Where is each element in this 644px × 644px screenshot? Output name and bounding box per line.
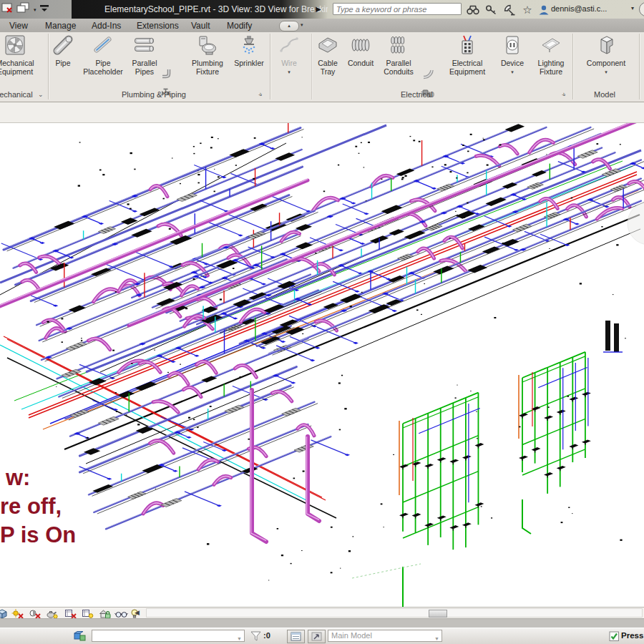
ribbon-systems-panelstrip: Mechanical Equipment Mechanical ⌄ Pipe P… xyxy=(0,32,644,102)
electrical-equipment-button[interactable]: Electrical Equipment xyxy=(444,34,491,90)
panel-label-electrical: Electrical xyxy=(401,90,433,99)
wire-icon xyxy=(278,34,300,59)
subscription-key-icon[interactable] xyxy=(484,4,499,16)
lighting-fixture-icon xyxy=(540,34,562,59)
communication-center-icon[interactable] xyxy=(502,4,517,16)
search-binoculars-icon[interactable] xyxy=(465,4,481,16)
filter-count: :0 xyxy=(263,631,270,640)
conduit-icon xyxy=(350,34,371,59)
status-gap-band xyxy=(0,618,644,628)
signed-in-account[interactable]: dennis@asti.c... xyxy=(551,4,607,13)
customize-quick-access-icon[interactable] xyxy=(39,3,50,16)
close-hidden-windows-icon[interactable] xyxy=(1,2,14,17)
tab-manage[interactable]: Manage xyxy=(43,20,78,31)
title-bar: ▾ ElementarySchool_PIPE.rvt - 3D View: 3… xyxy=(0,0,644,19)
panel-label-model: Model xyxy=(594,90,615,99)
user-icon[interactable] xyxy=(536,4,552,16)
scroll-left-arrow[interactable]: ◀ xyxy=(135,609,140,616)
plumbing-dialog-launcher[interactable]: » xyxy=(257,91,265,99)
press-drag-label: Press xyxy=(621,631,643,640)
window-title: ElementarySchool_PIPE.rvt - 3D View: 3D … xyxy=(72,0,328,19)
ribbon-minimize-button[interactable]: ▴ xyxy=(279,21,299,31)
panel-separator xyxy=(270,34,270,99)
view-note-line-2: re off, xyxy=(0,494,62,519)
electrical-equipment-icon xyxy=(457,34,478,59)
panel-label-mechanical: Mechanical xyxy=(0,90,33,99)
pipe-placeholder-icon xyxy=(92,34,114,59)
sprinkler-icon xyxy=(238,34,260,59)
parallel-pipes-button[interactable]: Parallel Pipes xyxy=(127,34,162,90)
horizontal-scrollbar[interactable] xyxy=(146,608,643,618)
tab-extensions[interactable]: Extensions xyxy=(135,20,181,31)
combo-caret-icon: ▼ xyxy=(237,633,242,644)
pipe-fitting-icon[interactable] xyxy=(160,67,172,82)
component-icon xyxy=(595,34,617,59)
switch-windows-caret-icon[interactable]: ▾ xyxy=(34,7,36,13)
tab-view[interactable]: View xyxy=(7,20,30,31)
mechanical-equipment-button[interactable]: Mechanical Equipment xyxy=(0,34,39,90)
tab-vault[interactable]: Vault xyxy=(189,20,212,31)
device-button[interactable]: Device ▾ xyxy=(496,34,529,90)
conduit-button[interactable]: Conduit xyxy=(344,34,377,90)
design-option-select[interactable]: Main Model ▼ xyxy=(328,630,442,642)
pipe-icon xyxy=(52,34,74,59)
lighting-fixture-button[interactable]: Lighting Fixture xyxy=(531,34,571,90)
panel-separator xyxy=(572,34,573,99)
quick-access-toolbar: ▾ xyxy=(1,2,50,17)
account-caret-icon[interactable]: ▾ xyxy=(631,5,634,11)
view-note-line-3: P is On xyxy=(0,522,76,548)
cable-tray-button[interactable]: Cable Tray xyxy=(311,34,345,90)
component-button[interactable]: Component ▾ xyxy=(585,34,628,90)
pipe-button[interactable]: Pipe xyxy=(46,34,80,90)
device-icon xyxy=(502,34,523,59)
worksets-icon[interactable] xyxy=(74,630,87,644)
favorites-star-icon[interactable]: ☆ xyxy=(519,4,535,16)
active-workset-select[interactable]: ▼ xyxy=(92,630,245,642)
title-overflow-arrow-icon[interactable]: ▶ xyxy=(316,5,321,13)
status-bar: ▼ :0 Main Model ▼ Press xyxy=(0,628,644,644)
parallel-pipes-icon xyxy=(134,34,155,59)
sprinkler-button[interactable]: Sprinkler xyxy=(230,34,268,90)
press-drag-checkbox[interactable] xyxy=(609,631,620,644)
plumbing-fixture-button[interactable]: Plumbing Fixture xyxy=(185,34,230,90)
tab-modify[interactable]: Modify xyxy=(225,20,254,31)
properties-button[interactable] xyxy=(287,630,305,643)
help-icon[interactable] xyxy=(639,2,644,16)
ribbon-tab-bar: View Manage Add-Ins Extensions Vault Mod… xyxy=(0,19,644,33)
filter-icon[interactable] xyxy=(250,630,262,644)
dropdown-caret-icon: ▾ xyxy=(511,68,514,77)
view-control-bar: ◀ xyxy=(0,607,644,619)
scrollbar-thumb[interactable] xyxy=(429,610,447,618)
wire-button[interactable]: Wire ▾ xyxy=(273,34,306,90)
dropdown-caret-icon: ▾ xyxy=(605,68,608,77)
cable-tray-fitting-icon[interactable] xyxy=(422,69,434,82)
parallel-conduits-icon xyxy=(388,34,409,59)
model-canvas[interactable] xyxy=(0,123,644,607)
switch-windows-icon[interactable] xyxy=(16,2,31,17)
panel-label-plumbing-piping: Plumbing & Piping xyxy=(122,90,186,99)
exit-button[interactable] xyxy=(308,630,326,643)
infocenter-search-input[interactable] xyxy=(333,3,462,15)
dropdown-caret-icon: ▾ xyxy=(288,68,291,77)
tab-add-ins[interactable]: Add-Ins xyxy=(89,20,123,31)
cable-tray-icon xyxy=(317,34,338,59)
pipe-placeholder-button[interactable]: Pipe Placeholder xyxy=(80,34,126,90)
mechanical-dialog-launcher[interactable]: ⌄ xyxy=(38,91,44,98)
ribbon-minimize-caret-icon[interactable]: ▾ xyxy=(301,22,303,28)
panel-separator xyxy=(639,34,640,99)
options-bar xyxy=(0,102,644,123)
view-note-line-1: w: xyxy=(6,465,30,491)
plumbing-fixture-icon xyxy=(197,34,218,59)
electrical-dialog-launcher[interactable]: » xyxy=(560,91,568,99)
mechanical-equipment-icon xyxy=(4,34,26,59)
parallel-conduits-button[interactable]: Parallel Conduits xyxy=(378,34,419,90)
combo-caret-icon: ▼ xyxy=(434,633,439,644)
